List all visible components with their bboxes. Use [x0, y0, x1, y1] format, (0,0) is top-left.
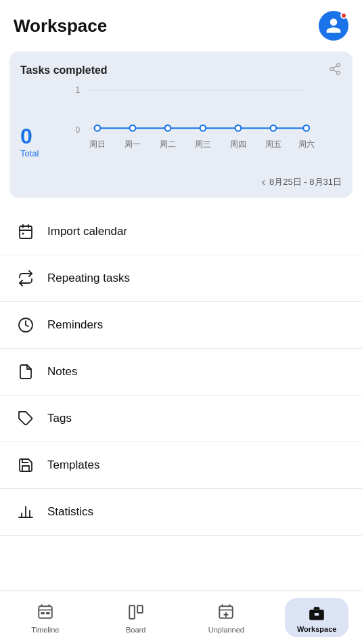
svg-point-15: [304, 125, 310, 131]
nav-label-board: Board: [126, 626, 145, 634]
menu-label-tags: Tags: [47, 412, 72, 425]
chart-date-nav: ‹ 8月25日 - 8月31日: [20, 176, 342, 188]
template-icon: [16, 456, 35, 475]
menu-label-import-calendar: Import calendar: [47, 225, 127, 238]
svg-point-10: [130, 125, 136, 131]
menu-label-templates: Templates: [47, 458, 99, 472]
svg-rect-23: [20, 226, 32, 238]
page-title: Workspace: [14, 16, 107, 37]
menu-label-notes: Notes: [47, 365, 77, 379]
svg-rect-48: [315, 612, 319, 615]
menu-item-tags[interactable]: Tags: [0, 395, 362, 442]
clock-icon: [16, 316, 35, 335]
nav-item-timeline[interactable]: Timeline: [0, 591, 91, 644]
tasks-chart-card: Tasks completed 0 Total 1 0: [9, 51, 353, 198]
svg-text:0: 0: [76, 125, 81, 135]
tag-icon: [16, 409, 35, 428]
svg-text:周日: 周日: [89, 139, 106, 149]
avatar[interactable]: [319, 11, 348, 41]
menu-item-reminders[interactable]: Reminders: [0, 302, 362, 349]
svg-rect-34: [39, 606, 52, 618]
chart-total: 0 Total: [20, 83, 39, 173]
svg-rect-40: [129, 605, 135, 619]
svg-text:1: 1: [76, 85, 81, 95]
unplanned-icon: [215, 601, 237, 623]
chart-total-number: 0: [20, 125, 39, 147]
nav-item-board[interactable]: Board: [91, 591, 181, 644]
bottom-nav: Timeline Board Unplanned: [0, 590, 362, 644]
user-icon: [325, 17, 342, 35]
notification-dot: [340, 12, 347, 19]
notes-icon: [16, 362, 35, 381]
menu-item-templates[interactable]: Templates: [0, 442, 362, 489]
svg-point-14: [271, 125, 277, 131]
calendar-icon: [16, 222, 35, 241]
svg-point-11: [165, 125, 171, 131]
nav-item-unplanned[interactable]: Unplanned: [181, 591, 272, 644]
board-icon: [125, 601, 147, 623]
menu-item-repeating-tasks[interactable]: Repeating tasks: [0, 255, 362, 302]
chart-body: 0 Total 1 0: [20, 83, 342, 173]
chart-header: Tasks completed: [20, 62, 342, 79]
app-header: Workspace: [0, 0, 362, 49]
svg-point-12: [200, 125, 206, 131]
workspace-tab-active: Workspace: [285, 598, 349, 637]
svg-point-13: [235, 125, 242, 131]
svg-text:周一: 周一: [125, 139, 141, 149]
menu-item-import-calendar[interactable]: Import calendar: [0, 209, 362, 255]
nav-label-timeline: Timeline: [31, 626, 59, 634]
svg-text:周六: 周六: [298, 139, 315, 149]
menu-label-reminders: Reminders: [47, 318, 103, 332]
date-range: 8月25日 - 8月31日: [269, 176, 342, 188]
menu-item-statistics[interactable]: Statistics: [0, 489, 362, 536]
menu-label-statistics: Statistics: [47, 505, 93, 519]
repeat-icon: [16, 269, 35, 288]
chart-title: Tasks completed: [20, 64, 108, 77]
menu-list: Import calendar Repeating tasks: [0, 209, 362, 536]
nav-item-workspace[interactable]: Workspace: [271, 591, 362, 644]
svg-text:周二: 周二: [160, 139, 176, 149]
svg-rect-38: [41, 612, 44, 614]
nav-label-workspace: Workspace: [297, 625, 337, 633]
svg-text:周三: 周三: [195, 139, 211, 149]
svg-point-9: [95, 125, 101, 131]
svg-rect-39: [46, 612, 49, 614]
workspace-icon: [308, 605, 325, 622]
nav-label-unplanned: Unplanned: [208, 626, 244, 634]
timeline-icon: [35, 601, 56, 623]
stats-icon: [16, 502, 35, 521]
svg-text:周五: 周五: [265, 139, 281, 149]
share-icon[interactable]: [328, 62, 342, 79]
svg-text:周四: 周四: [230, 139, 246, 149]
prev-week-button[interactable]: ‹: [262, 176, 265, 188]
svg-rect-41: [137, 605, 143, 613]
menu-item-notes[interactable]: Notes: [0, 349, 362, 395]
svg-line-4: [333, 66, 337, 68]
line-chart-svg: 1 0 周日 周一: [44, 83, 342, 171]
svg-line-3: [333, 70, 337, 72]
menu-label-repeating-tasks: Repeating tasks: [47, 272, 130, 285]
chart-total-label: Total: [20, 148, 39, 158]
chart-svg-container: 1 0 周日 周一: [44, 83, 342, 173]
